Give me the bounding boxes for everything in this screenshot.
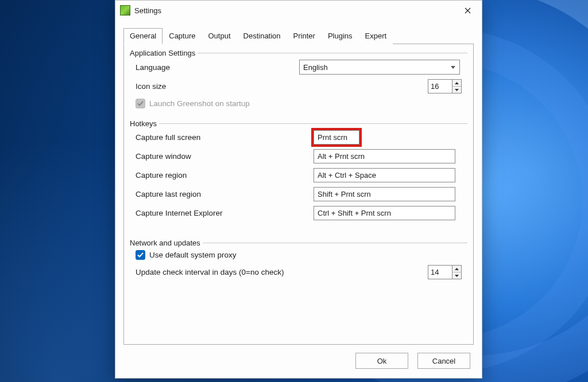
hotkey-fullscreen-input[interactable] — [314, 130, 359, 145]
iconsize-step-up[interactable] — [452, 80, 461, 87]
launch-startup-label: Launch Greenshot on startup — [149, 99, 250, 108]
hotkey-region-input[interactable] — [314, 168, 455, 182]
hotkey-ie-label: Capture Internet Explorer — [136, 209, 314, 217]
chevron-down-icon — [455, 275, 459, 277]
tab-capture[interactable]: Capture — [163, 28, 202, 44]
close-icon — [465, 7, 471, 14]
hotkey-window-label: Capture window — [136, 152, 314, 161]
ok-button[interactable]: Ok — [355, 353, 408, 369]
tab-output[interactable]: Output — [202, 28, 237, 44]
window-title: Settings — [134, 6, 454, 15]
settings-window: Settings General Capture Output Destinat… — [115, 0, 482, 379]
tab-expert[interactable]: Expert — [359, 28, 393, 44]
hotkey-window-input[interactable] — [314, 149, 455, 163]
update-step-down[interactable] — [452, 272, 461, 279]
fieldset-hotkeys: Hotkeys Capture full screen Capture wind… — [130, 119, 467, 223]
chevron-down-icon — [455, 89, 459, 91]
tab-plugins[interactable]: Plugins — [322, 28, 359, 44]
legend-hotkeys: Hotkeys — [130, 119, 159, 128]
button-bar: Ok Cancel — [115, 345, 482, 378]
iconsize-step-down[interactable] — [452, 87, 461, 93]
close-button[interactable] — [454, 1, 481, 20]
update-interval-label: Update check interval in days (0=no chec… — [136, 268, 382, 276]
update-step-up[interactable] — [452, 266, 461, 272]
iconsize-label: Icon size — [136, 82, 299, 91]
fieldset-network: Network and updates Use default system p… — [130, 239, 467, 282]
check-icon — [137, 101, 144, 106]
app-icon — [120, 5, 130, 15]
proxy-checkbox[interactable] — [136, 250, 145, 260]
hotkey-fullscreen-label: Capture full screen — [136, 133, 314, 142]
tab-general[interactable]: General — [123, 28, 163, 44]
check-icon — [137, 252, 144, 258]
language-label: Language — [136, 63, 299, 72]
proxy-label: Use default system proxy — [149, 251, 237, 259]
legend-network: Network and updates — [130, 239, 203, 247]
iconsize-input[interactable] — [428, 79, 452, 93]
legend-application-settings: Application Settings — [130, 49, 198, 57]
tabstrip: General Capture Output Destination Print… — [115, 28, 482, 44]
cancel-button[interactable]: Cancel — [417, 353, 470, 369]
hotkey-ie-input[interactable] — [314, 206, 455, 220]
tab-printer[interactable]: Printer — [287, 28, 322, 44]
hotkey-region-label: Capture region — [136, 171, 314, 180]
fieldset-application-settings: Application Settings Language English Ic… — [130, 49, 467, 111]
launch-startup-checkbox — [136, 99, 145, 108]
language-select[interactable]: English — [299, 60, 460, 75]
chevron-up-icon — [455, 268, 459, 270]
titlebar[interactable]: Settings — [115, 1, 482, 20]
hotkey-lastregion-label: Capture last region — [136, 190, 314, 198]
tab-panel-general: Application Settings Language English Ic… — [123, 44, 474, 345]
hotkey-lastregion-input[interactable] — [314, 187, 455, 201]
chevron-up-icon — [455, 82, 459, 84]
update-interval-input[interactable] — [428, 265, 452, 279]
tab-destination[interactable]: Destination — [237, 28, 287, 44]
